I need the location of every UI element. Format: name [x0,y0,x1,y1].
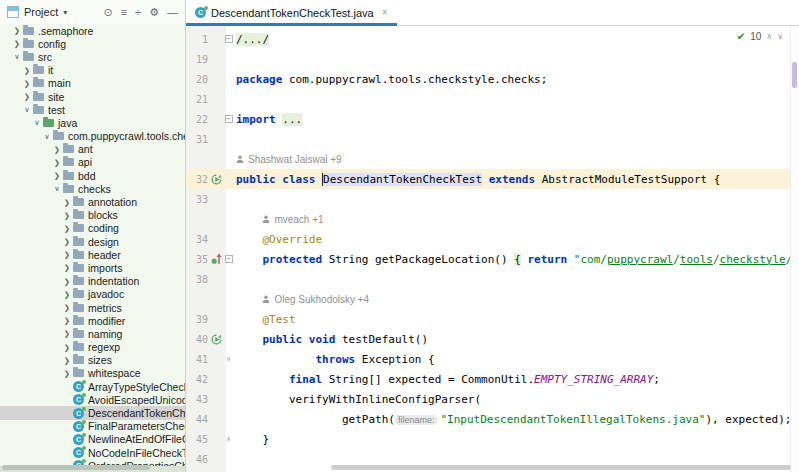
tree-item-coding[interactable]: ❯coding [0,222,185,235]
chevron-icon[interactable]: ❯ [62,329,72,338]
tree-item-api[interactable]: ❯api [0,156,185,169]
tree-item-ant[interactable]: ❯ant [0,143,185,156]
chevron-icon[interactable]: ∨ [32,118,42,127]
project-panel-title[interactable]: Project [24,6,58,18]
tree-item-nocodeinfilechecktest[interactable]: CNoCodeInFileCheckTest [0,446,185,459]
locate-icon[interactable]: ⊙ [103,7,112,18]
fold-marker-icon[interactable]: ∧ [223,435,234,443]
code-text[interactable]: @Test [236,313,296,326]
tree-item-modifier[interactable]: ❯modifier [0,314,185,327]
tree-item-descendanttokenchecktest[interactable]: CDescendantTokenCheckTest [0,406,185,419]
tree-item-java[interactable]: ∨java [0,116,185,129]
code-text[interactable]: throws Exception { [236,353,435,366]
chevron-icon[interactable]: ❯ [62,237,72,246]
tree-item-checks[interactable]: ∨checks [0,182,185,195]
run-test-icon[interactable] [209,174,223,185]
code-text[interactable]: package com.puppycrawl.tools.checkstyle.… [236,73,547,86]
code-line-43[interactable]: 43 verifyWithInlineConfigParser( [186,389,799,409]
chevron-icon[interactable]: ∨ [12,52,22,61]
code-text[interactable]: public void testDefault() [236,333,428,346]
tree-item-src[interactable]: ∨src [0,50,185,63]
fold-marker-icon[interactable]: − [223,115,234,123]
tree-item-header[interactable]: ❯header [0,248,185,261]
overriding-method-icon[interactable] [209,253,223,265]
tree-item-imports[interactable]: ❯imports [0,261,185,274]
error-stripe[interactable] [790,26,799,472]
code-text[interactable]: @Override [236,233,322,246]
author-hint-line[interactable]: mveach +1 [186,209,799,229]
chevron-icon[interactable]: ❯ [62,263,72,272]
chevron-icon[interactable]: ❯ [62,250,72,259]
code-text[interactable]: } [236,433,269,446]
tree-item-test[interactable]: ∨test [0,103,185,116]
code-text[interactable]: /.../ [236,33,269,46]
chevron-icon[interactable]: ❯ [52,158,62,167]
code-line-1[interactable]: 1−/.../ [186,29,799,49]
chevron-icon[interactable]: ❯ [62,198,72,207]
chevron-icon[interactable]: ❯ [22,79,32,88]
chevron-icon[interactable]: ❯ [22,66,32,75]
vertical-scrollbar-thumb[interactable] [792,62,797,88]
code-text[interactable]: verifyWithInlineConfigParser( [236,393,481,406]
author-hint-line[interactable]: Shashwat Jaiswal +9 [186,149,799,169]
chevron-icon[interactable]: ∨ [52,184,62,193]
code-line-31[interactable]: 31 [186,129,799,149]
close-icon[interactable]: × [382,7,388,18]
editor-body[interactable]: ✔10 ∧ ∨ 1−/.../1920package com.puppycraw… [186,26,799,472]
code-line-32[interactable]: 32public class DescendantTokenCheckTest … [186,169,799,189]
author-hint-line[interactable]: Oleg Sukhodolsky +4 [186,289,799,309]
code-line-44[interactable]: 44 getPath(filename:"InputDescendantToke… [186,409,799,429]
code-line-22[interactable]: 22−import ... [186,109,799,129]
tree-item-sizes[interactable]: ❯sizes [0,354,185,367]
code-text[interactable]: public class DescendantTokenCheckTest ex… [236,173,720,186]
horizontal-scrollbar-thumb[interactable] [331,465,791,470]
tree-item-avoidescapedunicodecharactersche[interactable]: CAvoidEscapedUnicodeCharactersChe [0,393,185,406]
chevron-icon[interactable]: ❯ [52,171,62,180]
chevron-icon[interactable]: ❯ [62,290,72,299]
chevron-icon[interactable]: ❯ [22,92,32,101]
code-line-21[interactable]: 21 [186,89,799,109]
chevron-icon[interactable]: ∨ [42,132,52,141]
fold-marker-icon[interactable]: − [223,35,234,43]
chevron-icon[interactable]: ❯ [62,211,72,220]
tree-item-blocks[interactable]: ❯blocks [0,209,185,222]
code-line-41[interactable]: 41∨ throws Exception { [186,349,799,369]
code-line-33[interactable]: 33 [186,189,799,209]
next-problem-icon[interactable]: ∨ [777,32,783,41]
tree-item-config[interactable]: ❯config [0,37,185,50]
prev-problem-icon[interactable]: ∧ [766,32,772,41]
run-test-icon[interactable] [209,334,223,345]
inspections-widget[interactable]: ✔10 ∧ ∨ [737,31,783,42]
tree-item-design[interactable]: ❯design [0,235,185,248]
tree-horizontal-scrollbar[interactable] [2,465,150,470]
tree-item-com-puppycrawl-tools-checkstyle[interactable]: ∨com.puppycrawl.tools.checkstyle [0,130,185,143]
chevron-icon[interactable]: ❯ [62,224,72,233]
chevron-icon[interactable]: ❯ [62,316,72,325]
chevron-icon[interactable]: ❯ [52,145,62,154]
chevron-icon[interactable]: ∨ [22,105,32,114]
chevron-icon[interactable]: ❯ [12,39,22,48]
code-line-19[interactable]: 19 [186,49,799,69]
tree-item-naming[interactable]: ❯naming [0,327,185,340]
chevron-icon[interactable]: ❯ [12,26,22,35]
chevron-icon[interactable]: ❯ [62,343,72,352]
tree-item--semaphore[interactable]: ❯.semaphore [0,24,185,37]
fold-marker-icon[interactable]: − [223,255,234,263]
tree-item-bdd[interactable]: ❯bdd [0,169,185,182]
tree-item-site[interactable]: ❯site [0,90,185,103]
author-hint[interactable]: mveach +1 [236,213,324,226]
author-hint[interactable]: Shashwat Jaiswal +9 [236,153,342,166]
tree-item-regexp[interactable]: ❯regexp [0,341,185,354]
chevron-icon[interactable]: ❯ [62,277,72,286]
tree-item-main[interactable]: ❯main [0,77,185,90]
tree-item-arraytypestylechecktest[interactable]: CArrayTypeStyleCheckTest [0,380,185,393]
fold-marker-icon[interactable]: ∨ [223,355,234,363]
chevron-icon[interactable]: ❯ [62,369,72,378]
tree-item-whitespace[interactable]: ❯whitespace [0,367,185,380]
hide-panel-icon[interactable]: — [167,7,178,18]
tree-item-metrics[interactable]: ❯metrics [0,301,185,314]
code-text[interactable]: import ... [236,113,302,126]
settings-icon[interactable]: ⚙ [149,7,159,18]
code-text[interactable]: protected String getPackageLocation() { … [236,253,799,266]
code-line-35[interactable]: 35− protected String getPackageLocation(… [186,249,799,269]
